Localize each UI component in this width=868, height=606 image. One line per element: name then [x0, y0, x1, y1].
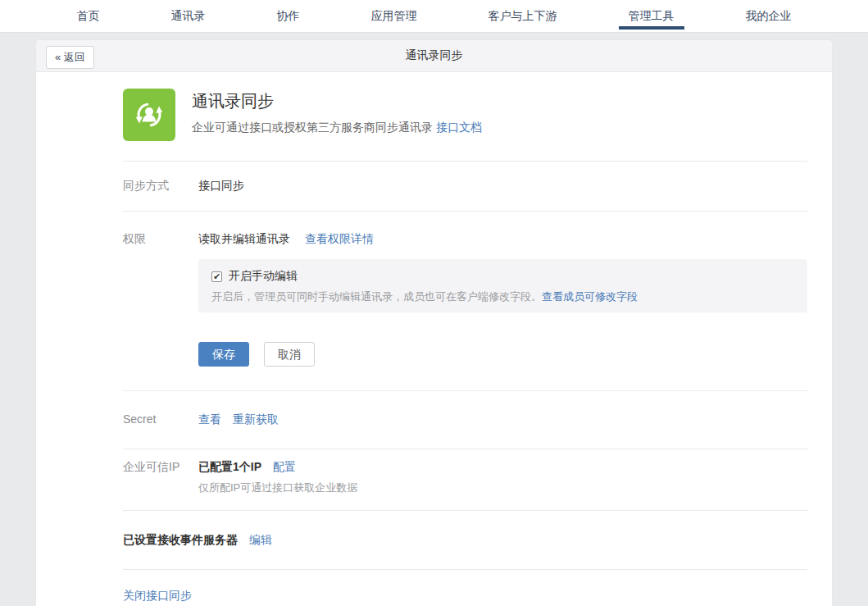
page-container: « 返回 通讯录同步 通讯录同步 企业可通过接口或授权第三方服务商同步 — [35, 39, 833, 606]
app-subtitle: 企业可通过接口或授权第三方服务商同步通讯录 — [192, 121, 433, 134]
manual-edit-checkbox[interactable] — [211, 271, 222, 282]
app-header: 通讯录同步 企业可通过接口或授权第三方服务商同步通讯录 接口文档 — [123, 89, 807, 141]
nav-item-my-enterprise[interactable]: 我的企业 — [743, 0, 795, 32]
close-sync-link[interactable]: 关闭接口同步 — [123, 589, 192, 604]
content-card: 通讯录同步 企业可通过接口或授权第三方服务商同步通讯录 接口文档 同步方式 接口… — [35, 72, 833, 606]
save-button[interactable]: 保存 — [198, 342, 249, 367]
nav-item-admin-tools[interactable]: 管理工具 — [625, 0, 678, 32]
manual-edit-description: 开启后，管理员可同时手动编辑通讯录，成员也可在客户端修改字段。 — [211, 290, 542, 303]
manual-edit-label: 开启手动编辑 — [229, 269, 298, 284]
cancel-button[interactable]: 取消 — [264, 342, 315, 367]
permission-label: 权限 — [123, 232, 198, 367]
nav-item-app-management[interactable]: 应用管理 — [368, 0, 420, 32]
close-sync-row: 关闭接口同步 — [123, 570, 807, 606]
trusted-ip-label: 企业可信IP — [123, 460, 198, 495]
event-server-row: 已设置接收事件服务器 编辑 — [123, 511, 807, 569]
permission-value: 读取并编辑通讯录 — [198, 232, 290, 245]
nav-item-customers[interactable]: 客户与上下游 — [485, 0, 561, 32]
trusted-ip-value: 已配置1个IP — [198, 460, 261, 473]
permission-detail-link[interactable]: 查看权限详情 — [305, 232, 374, 245]
top-navigation: 首页 通讯录 协作 应用管理 客户与上下游 管理工具 我的企业 — [0, 0, 868, 33]
contacts-sync-icon — [123, 89, 175, 141]
permission-row: 权限 读取并编辑通讯录 查看权限详情 开启手动编辑 开启后，管理员可同时手动编辑… — [123, 212, 807, 390]
manual-edit-panel: 开启手动编辑 开启后，管理员可同时手动编辑通讯录，成员也可在客户端修改字段。查看… — [198, 259, 807, 312]
editable-fields-link[interactable]: 查看成员可修改字段 — [542, 290, 638, 303]
page-header: « 返回 通讯录同步 — [35, 39, 833, 72]
trusted-ip-row: 企业可信IP 已配置1个IP 配置 仅所配IP可通过接口获取企业数据 — [123, 449, 807, 510]
api-doc-link[interactable]: 接口文档 — [436, 121, 482, 134]
secret-label: Secret — [123, 412, 198, 427]
sync-method-row: 同步方式 接口同步 — [123, 162, 807, 211]
app-title: 通讯录同步 — [192, 90, 482, 112]
nav-item-home[interactable]: 首页 — [74, 0, 103, 32]
nav-item-collaboration[interactable]: 协作 — [274, 0, 303, 32]
event-server-edit-link[interactable]: 编辑 — [249, 533, 272, 546]
secret-row: Secret 查看 重新获取 — [123, 391, 807, 449]
button-row: 保存 取消 — [198, 342, 807, 367]
secret-view-link[interactable]: 查看 — [198, 412, 221, 426]
trusted-ip-config-link[interactable]: 配置 — [273, 460, 296, 473]
trusted-ip-description: 仅所配IP可通过接口获取企业数据 — [198, 481, 807, 495]
sync-method-value: 接口同步 — [198, 179, 244, 192]
nav-item-contacts[interactable]: 通讯录 — [168, 0, 209, 32]
back-button[interactable]: « 返回 — [46, 46, 94, 69]
sync-method-label: 同步方式 — [123, 179, 198, 194]
page-title: 通讯录同步 — [406, 48, 463, 63]
manual-edit-option[interactable]: 开启手动编辑 — [211, 269, 794, 284]
event-server-status: 已设置接收事件服务器 — [123, 533, 238, 546]
secret-refresh-link[interactable]: 重新获取 — [233, 412, 279, 426]
